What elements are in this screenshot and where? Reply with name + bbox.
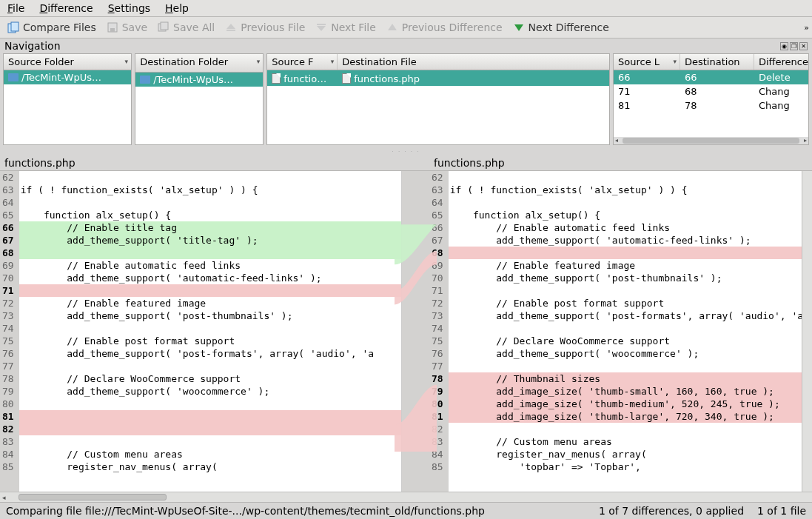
save-icon — [107, 21, 118, 33]
svg-rect-9 — [317, 24, 326, 25]
toolbar-overflow-icon[interactable]: » — [804, 23, 809, 33]
prev-file-icon — [225, 21, 237, 33]
svg-marker-8 — [317, 26, 326, 31]
left-editor[interactable]: 6263646566676869707172737475767778798081… — [0, 171, 402, 492]
toolbar: Compare Files Save Save All Previous Fil… — [0, 17, 812, 38]
sort-icon: ▾ — [331, 58, 335, 65]
file-panel: Source F▾ Destination File functio… func… — [266, 53, 610, 145]
folder-icon — [8, 73, 19, 81]
editor-headers: functions.php functions.php — [0, 155, 812, 170]
source-folder-header[interactable]: Source Folder▾ — [4, 54, 131, 70]
nav-panels: Source Folder▾ /TecMint-WpUs… Destinatio… — [0, 53, 812, 148]
sort-icon: ▾ — [257, 58, 261, 65]
prev-file-button: Previous File — [225, 21, 305, 33]
panel-window-buttons: ◉ ❐ ✕ — [780, 42, 808, 50]
next-diff-icon — [513, 21, 525, 33]
diff-connector — [402, 171, 429, 492]
nav-header: Navigation ◉ ❐ ✕ — [0, 38, 812, 53]
status-files: 1 of 1 file — [757, 505, 806, 517]
save-all-label: Save All — [173, 21, 215, 33]
horizontal-scrollbar[interactable]: ◂ — [0, 492, 812, 502]
svg-marker-11 — [514, 24, 523, 31]
file-row[interactable]: functio… functions.php — [267, 70, 609, 86]
prev-diff-button: Previous Difference — [386, 21, 503, 33]
svg-rect-7 — [227, 30, 235, 31]
diff-panel-hscroll[interactable]: ◂▸ — [614, 137, 808, 144]
diff-row[interactable]: 8178Chang — [614, 98, 808, 113]
svg-rect-5 — [161, 22, 168, 30]
vertical-scrollbar[interactable] — [802, 171, 812, 492]
dest-folder-header[interactable]: Destination Folder▾ — [135, 54, 263, 72]
compare-label: Compare Files — [23, 21, 96, 33]
diff-row[interactable]: 7168Chang — [614, 84, 808, 98]
diff-list-panel: Source L▾ Destination Difference 6666Del… — [613, 53, 809, 145]
next-file-button: Next File — [315, 21, 376, 33]
next-file-label: Next File — [331, 21, 376, 33]
dest-file-header[interactable]: Destination File — [338, 54, 609, 70]
svg-rect-1 — [11, 22, 19, 31]
sort-icon: ▾ — [125, 58, 129, 65]
next-diff-button[interactable]: Next Difference — [513, 21, 609, 33]
next-file-icon — [315, 21, 327, 33]
status-message: Comparing file file:///TecMint-WpUseOf-S… — [6, 505, 485, 517]
code-area: 6263646566676869707172737475767778798081… — [0, 170, 812, 492]
svg-marker-10 — [388, 24, 397, 30]
file-icon — [272, 73, 281, 84]
prev-diff-icon — [386, 21, 398, 33]
panel-config-icon[interactable]: ◉ — [780, 42, 788, 50]
svg-marker-6 — [227, 24, 235, 29]
svg-rect-3 — [110, 28, 115, 32]
diff-type-header[interactable]: Difference — [754, 54, 812, 70]
right-editor-title: functions.php — [429, 155, 812, 170]
diff-row[interactable]: 6666Delete — [614, 70, 808, 84]
save-button: Save — [107, 21, 147, 33]
source-folder-row[interactable]: /TecMint-WpUs… — [4, 70, 131, 84]
save-all-icon — [158, 21, 170, 33]
source-file-header[interactable]: Source F▾ — [267, 54, 338, 70]
source-line-header[interactable]: Source L▾ — [614, 54, 680, 70]
splitter-handle[interactable]: · · · · · — [0, 148, 812, 155]
statusbar: Comparing file file:///TecMint-WpUseOf-S… — [0, 502, 812, 519]
panel-close-icon[interactable]: ✕ — [799, 42, 808, 50]
prev-file-label: Previous File — [241, 21, 305, 33]
compare-icon — [7, 21, 19, 33]
diff-rows: 6666Delete7168Chang8178Chang — [614, 70, 808, 137]
status-diffs: 1 of 7 differences, 0 applied — [599, 505, 744, 517]
save-all-button: Save All — [158, 21, 215, 33]
menubar: FFileile Difference Settings Help — [0, 0, 812, 17]
sort-icon: ▾ — [673, 58, 677, 65]
nav-title: Navigation — [4, 40, 61, 52]
prev-diff-label: Previous Difference — [402, 21, 503, 33]
file-icon — [342, 73, 351, 84]
dest-folder-row[interactable]: /TecMint-WpUs… — [135, 73, 263, 87]
left-editor-title: functions.php — [0, 155, 429, 170]
panel-detach-icon[interactable]: ❐ — [790, 42, 798, 50]
folder-icon — [140, 76, 150, 84]
save-label: Save — [122, 21, 147, 33]
source-folder-panel: Source Folder▾ /TecMint-WpUs… — [3, 53, 132, 145]
menu-difference[interactable]: Difference — [39, 2, 93, 14]
compare-files-button[interactable]: Compare Files — [7, 21, 96, 33]
menu-help[interactable]: Help — [165, 2, 189, 14]
next-diff-label: Next Difference — [529, 21, 609, 33]
dest-folder-panel: Destination Folder▾ /TecMint-WpUs… — [135, 53, 264, 145]
right-editor[interactable]: 6263646566676869707172737475767778798081… — [429, 171, 802, 492]
menu-settings[interactable]: Settings — [108, 2, 150, 14]
dest-line-header[interactable]: Destination — [680, 54, 754, 70]
menu-file[interactable]: FFileile — [7, 2, 24, 14]
